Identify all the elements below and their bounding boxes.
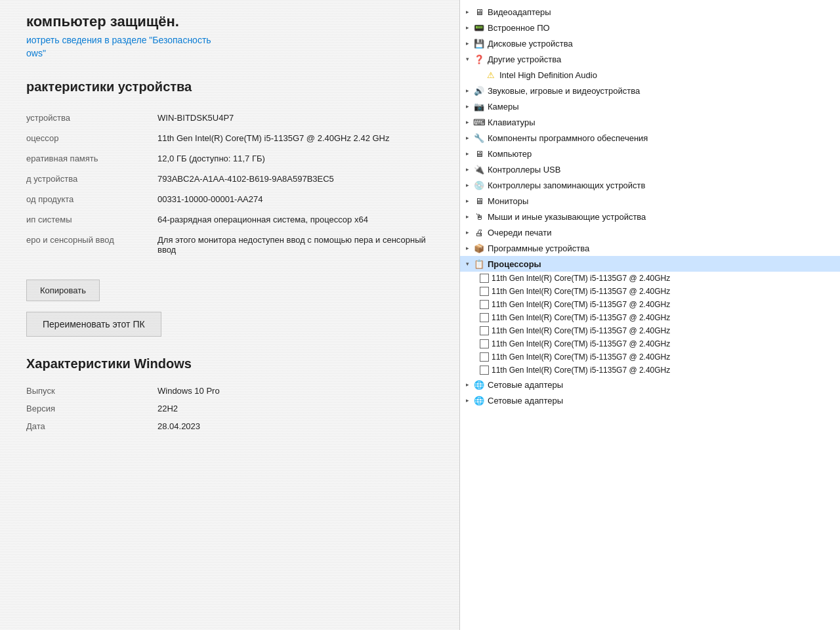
category-label: Встроенное ПО [488,23,550,33]
child-label: Intel High Definition Audio [499,70,597,80]
cpu-icon [480,366,489,375]
spec-value: 00331-10000-00001-AA274 [158,194,433,204]
category-label: Очереди печати [488,228,552,238]
tree-category-drugie[interactable]: ▾❓Другие устройства [460,51,840,67]
spec-value: 793ABC2A-A1AA-4102-B619-9A8A597B3EC5 [158,174,433,184]
tree-category-zvukovye[interactable]: ▸🔊Звуковые, игровые и видеоустройства [460,83,840,98]
windows-spec-row: Выпуск Windows 10 Pro [26,382,433,400]
processor-label: 11th Gen Intel(R) Core(TM) i5-1135G7 @ 2… [492,366,670,375]
spec-label: устройства [26,113,158,123]
device-section-title: рактеристики устройства [26,79,433,94]
device-specs-table: устройства WIN-BITDSK5U4P7 оцессор 11th … [26,108,433,260]
category-label: Другие устройства [488,54,561,64]
cpu-icon [480,352,489,362]
category-label: Звуковые, игровые и видеоустройства [488,86,640,96]
processor-item-2[interactable]: 11th Gen Intel(R) Core(TM) i5-1135G7 @ 2… [460,298,840,311]
category-label: Компоненты программного обеспечения [488,133,648,143]
processor-item-1[interactable]: 11th Gen Intel(R) Core(TM) i5-1135G7 @ 2… [460,285,840,298]
processor-label: 11th Gen Intel(R) Core(TM) i5-1135G7 @ 2… [492,287,670,296]
category-label: Процессоры [488,259,541,269]
expand-arrow-icon: ▸ [463,196,472,205]
rename-pc-button[interactable]: Переименовать этот ПК [26,312,161,337]
monitor-icon: 🖥 [473,6,485,18]
spec-label: еро и сенсорный ввод [26,235,158,245]
tree-category-vstroennoe_po[interactable]: ▸📟Встроенное ПО [460,20,840,35]
processor-item-0[interactable]: 11th Gen Intel(R) Core(TM) i5-1135G7 @ 2… [460,272,840,285]
windows-specs-table: Выпуск Windows 10 Pro Версия 22H2 Дата 2… [26,382,433,435]
category-label: Контроллеры USB [488,165,560,175]
spec-value: WIN-BITDSK5U4P7 [158,113,433,123]
category-label: Мониторы [488,196,528,206]
copy-button[interactable]: Копировать [26,280,100,301]
tree-category-diskovye[interactable]: ▸💾Дисковые устройства [460,35,840,51]
category-label: Дисковые устройства [488,39,573,49]
usb-icon: 🔌 [473,163,485,175]
network-icon: 🌐 [473,379,485,390]
expand-arrow-icon: ▸ [463,102,472,111]
windows-spec-value: 28.04.2023 [158,421,200,431]
expand-arrow-icon: ▸ [463,396,472,405]
expand-arrow-icon: ▸ [463,149,472,158]
processor-item-3[interactable]: 11th Gen Intel(R) Core(TM) i5-1135G7 @ 2… [460,311,840,324]
category-label: Клавиатуры [488,117,536,127]
expand-arrow-icon: ▸ [463,39,472,48]
disk-icon: 💾 [473,37,485,49]
tree-category-programmnye[interactable]: ▸📦Программные устройства [460,240,840,256]
windows-spec-row: Дата 28.04.2023 [26,417,433,435]
expand-arrow-icon: ▸ [463,133,472,142]
unknown-icon: ❓ [473,53,485,65]
component-icon: 🔧 [473,132,485,144]
spec-row: устройства WIN-BITDSK5U4P7 [26,108,433,128]
security-link[interactable]: иотреть сведения в разделе "Безопасность… [26,34,433,60]
spec-value: Для этого монитора недоступен ввод с пом… [158,235,433,255]
tree-category-kompyuter[interactable]: ▸🖥Компьютер [460,146,840,161]
processor-label: 11th Gen Intel(R) Core(TM) i5-1135G7 @ 2… [492,313,670,322]
expand-arrow-icon: ▸ [463,243,472,253]
category-label: Сетовые адаптеры [488,380,563,390]
windows-section-title: Характеристики Windows [26,356,433,371]
tree-child-item[interactable]: ⚠ Intel High Definition Audio [460,67,840,83]
processor-item-4[interactable]: 11th Gen Intel(R) Core(TM) i5-1135G7 @ 2… [460,324,840,337]
tree-category-setevye[interactable]: ▸🌐Сетовые адаптеры [460,377,840,392]
network-icon: 🌐 [473,394,485,406]
spec-value: 11th Gen Intel(R) Core(TM) i5-1135G7 @ 2… [158,133,433,143]
cpu-icon [480,313,489,322]
tree-category-kontrollery_zap[interactable]: ▸💿Контроллеры запоминающих устройств [460,177,840,193]
windows-spec-label: Версия [26,404,158,413]
expand-arrow-icon: ▸ [463,228,472,237]
processor-item-5[interactable]: 11th Gen Intel(R) Core(TM) i5-1135G7 @ 2… [460,337,840,350]
settings-panel: компьютер защищён. иотреть сведения в ра… [0,0,459,630]
camera-icon: 📷 [473,100,485,112]
expand-arrow-icon: ▸ [463,86,472,95]
spec-label: д устройства [26,174,158,184]
tree-category-myshi[interactable]: ▸🖱Мыши и иные указывающие устройства [460,209,840,224]
security-title: компьютер защищён. [26,13,433,30]
processor-item-7[interactable]: 11th Gen Intel(R) Core(TM) i5-1135G7 @ 2… [460,364,840,377]
windows-spec-label: Дата [26,421,158,431]
category-label: Камеры [488,102,519,112]
tree-category-kontrollery_usb[interactable]: ▸🔌Контроллеры USB [460,161,840,177]
warning-icon: ⚠ [485,69,497,81]
chip-icon: 📟 [473,22,485,33]
windows-spec-row: Версия 22H2 [26,400,433,417]
spec-value: 64-разрядная операционная система, проце… [158,215,433,224]
tree-category-videoadaptery[interactable]: ▸🖥Видеоадаптеры [460,4,840,20]
spec-value: 12,0 ГБ (доступно: 11,7 ГБ) [158,154,433,163]
processor-label: 11th Gen Intel(R) Core(TM) i5-1135G7 @ 2… [492,300,670,309]
expand-arrow-icon: ▸ [463,23,472,32]
spec-row: оцессор 11th Gen Intel(R) Core(TM) i5-11… [26,128,433,148]
spec-row: еративная память 12,0 ГБ (доступно: 11,7… [26,148,433,169]
processor-item-6[interactable]: 11th Gen Intel(R) Core(TM) i5-1135G7 @ 2… [460,350,840,364]
tree-category-klaviatury[interactable]: ▸⌨Клавиатуры [460,114,840,130]
tree-category-komponenty[interactable]: ▸🔧Компоненты программного обеспечения [460,130,840,146]
cpu-icon [480,287,489,296]
device-manager-panel: ▸🖥Видеоадаптеры▸📟Встроенное ПО▸💾Дисковые… [459,0,840,630]
tree-category-kamery[interactable]: ▸📷Камеры [460,98,840,114]
tree-category-monitory[interactable]: ▸🖥Мониторы [460,193,840,209]
tree-category-ocheredi[interactable]: ▸🖨Очереди печати [460,224,840,240]
windows-spec-value: Windows 10 Pro [158,386,220,396]
processor-label: 11th Gen Intel(R) Core(TM) i5-1135G7 @ 2… [492,326,670,335]
tree-category-processory[interactable]: ▾📋Процессоры [460,256,840,272]
tree-category-setevye[interactable]: ▸ 🌐 Сетовые адаптеры [460,392,840,408]
audio-icon: 🔊 [473,85,485,96]
